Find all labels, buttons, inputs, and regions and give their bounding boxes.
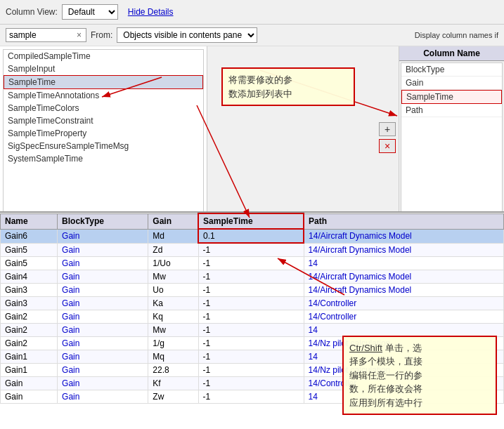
table-row[interactable]: Gain4GainMw-114/Aircraft Dynamics Model bbox=[1, 270, 504, 284]
search-item[interactable]: SampleTime bbox=[4, 75, 203, 89]
cell-name: Gain3 bbox=[1, 297, 58, 310]
annotation2-line5: 应用到所有选中行 bbox=[349, 397, 422, 408]
cell-gain: 1/Uo bbox=[148, 257, 198, 270]
column-list-item[interactable]: Gain bbox=[401, 77, 502, 90]
cell-sampletime[interactable]: -1 bbox=[198, 324, 304, 337]
cell-path: 14/Aircraft Dynamics Model bbox=[304, 284, 503, 297]
cell-sampletime[interactable]: -1 bbox=[198, 364, 304, 377]
annotation1-line2: 数添加到列表中 bbox=[228, 88, 292, 99]
right-panel: Column Name BlockTypeGainSampleTimePath bbox=[399, 46, 504, 229]
cell-gain: Kq bbox=[148, 310, 198, 324]
search-item[interactable]: SampleInput bbox=[4, 62, 203, 75]
cell-gain: Zd bbox=[148, 243, 198, 257]
cell-blocktype: Gain bbox=[58, 324, 148, 337]
search-item[interactable]: CompiledSampleTime bbox=[4, 50, 203, 62]
col-header-sampletime: SampleTime bbox=[198, 213, 304, 229]
cell-sampletime[interactable]: -1 bbox=[198, 390, 304, 404]
hide-details-link[interactable]: Hide Details bbox=[128, 7, 174, 17]
annotation2-line4: 数，所在修改会将 bbox=[349, 383, 422, 394]
column-view-label: Column View: bbox=[6, 7, 58, 17]
cell-sampletime[interactable]: -1 bbox=[198, 377, 304, 390]
annotation-ctrl-shift: Ctr/Shift 单击，选 择多个模块，直接 编辑任意一行的参 数，所在修改会… bbox=[342, 336, 497, 416]
from-select[interactable]: Objects visible in contents pane bbox=[117, 27, 257, 43]
cell-path: 14/Aircraft Dynamics Model bbox=[304, 229, 503, 243]
upper-panel: CompiledSampleTimeSampleInputSampleTimeS… bbox=[0, 46, 504, 229]
remove-column-button[interactable]: × bbox=[379, 139, 396, 153]
cell-path: 14/Controller bbox=[304, 310, 503, 324]
cell-sampletime[interactable]: -1 bbox=[198, 350, 304, 364]
search-item[interactable]: SampleTimeAnnotations bbox=[4, 89, 203, 102]
cell-gain: 22.8 bbox=[148, 364, 198, 377]
table-row[interactable]: Gain5Gain1/Uo-114 bbox=[1, 257, 504, 270]
search-item[interactable]: SampleTimeConstraint bbox=[4, 114, 203, 127]
cell-sampletime[interactable]: -1 bbox=[198, 297, 304, 310]
cell-path: 14/Aircraft Dynamics Model bbox=[304, 270, 503, 284]
cell-blocktype: Gain bbox=[58, 243, 148, 257]
cell-sampletime[interactable]: -1 bbox=[198, 243, 304, 257]
col-header-gain: Gain bbox=[148, 213, 198, 229]
cell-blocktype: Gain bbox=[58, 364, 148, 377]
cell-path: 14 bbox=[304, 257, 503, 270]
search-input-wrapper: × bbox=[6, 28, 86, 42]
annotation2-line3: 编辑任意一行的参 bbox=[349, 370, 422, 381]
cell-gain: Uo bbox=[148, 284, 198, 297]
cell-name: Gain1 bbox=[1, 364, 58, 377]
cell-name: Gain bbox=[1, 390, 58, 404]
column-view-select[interactable]: Default bbox=[62, 4, 118, 20]
cell-gain: Mq bbox=[148, 350, 198, 364]
annotation-add-to-list: 将需要修改的参 数添加到列表中 bbox=[221, 67, 355, 106]
cell-sampletime[interactable]: -1 bbox=[198, 270, 304, 284]
cell-blocktype: Gain bbox=[58, 270, 148, 284]
from-label: From: bbox=[91, 30, 112, 40]
cell-blocktype: Gain bbox=[58, 257, 148, 270]
cell-sampletime[interactable]: -1 bbox=[198, 337, 304, 350]
cell-gain: Md bbox=[148, 229, 198, 243]
cell-blocktype: Gain bbox=[58, 350, 148, 364]
column-list-item[interactable]: SampleTime bbox=[401, 90, 502, 104]
search-item[interactable]: SystemSampleTime bbox=[4, 152, 203, 165]
cell-blocktype: Gain bbox=[58, 229, 148, 243]
table-row[interactable]: Gain6GainMd0.114/Aircraft Dynamics Model bbox=[1, 229, 504, 243]
cell-blocktype: Gain bbox=[58, 284, 148, 297]
cell-sampletime[interactable]: 0.1 bbox=[198, 229, 304, 243]
search-item[interactable]: SigSpecEnsureSampleTimeMsg bbox=[4, 140, 203, 152]
search-input[interactable] bbox=[9, 30, 72, 40]
cell-name: Gain2 bbox=[1, 310, 58, 324]
column-list-item[interactable]: Path bbox=[401, 104, 502, 117]
cell-blocktype: Gain bbox=[58, 377, 148, 390]
cell-name: Gain bbox=[1, 377, 58, 390]
search-item[interactable]: SampleTimeProperty bbox=[4, 127, 203, 140]
bottom-area: Name BlockType Gain SampleTime Path Gain… bbox=[0, 211, 504, 429]
cell-path: 14/Aircraft Dynamics Model bbox=[304, 243, 503, 257]
search-item[interactable]: SampleTimeColors bbox=[4, 102, 203, 114]
cell-blocktype: Gain bbox=[58, 337, 148, 350]
cell-name: Gain4 bbox=[1, 270, 58, 284]
column-buttons-area: + × bbox=[376, 46, 399, 229]
cell-blocktype: Gain bbox=[58, 310, 148, 324]
col-header-blocktype: BlockType bbox=[58, 213, 148, 229]
add-column-button[interactable]: + bbox=[379, 122, 396, 136]
search-bar: × From: Objects visible in contents pane… bbox=[0, 25, 504, 46]
column-list-item[interactable]: BlockType bbox=[401, 63, 502, 77]
cell-gain: 1/g bbox=[148, 337, 198, 350]
cell-sampletime[interactable]: -1 bbox=[198, 284, 304, 297]
cell-path: 14/Controller bbox=[304, 297, 503, 310]
table-row[interactable]: Gain3GainUo-114/Aircraft Dynamics Model bbox=[1, 284, 504, 297]
table-row[interactable]: Gain5GainZd-114/Aircraft Dynamics Model bbox=[1, 243, 504, 257]
table-row[interactable]: Gain3GainKa-114/Controller bbox=[1, 297, 504, 310]
cell-gain: Ka bbox=[148, 297, 198, 310]
cell-gain: Mw bbox=[148, 270, 198, 284]
cell-name: Gain6 bbox=[1, 229, 58, 243]
cell-sampletime[interactable]: -1 bbox=[198, 310, 304, 324]
annotation2-line2: 择多个模块，直接 bbox=[349, 356, 422, 367]
search-clear-button[interactable]: × bbox=[75, 30, 83, 40]
col-header-name: Name bbox=[1, 213, 58, 229]
table-header-row: Name BlockType Gain SampleTime Path bbox=[1, 213, 504, 229]
cell-name: Gain3 bbox=[1, 284, 58, 297]
cell-gain: Kf bbox=[148, 377, 198, 390]
table-row[interactable]: Gain2GainKq-114/Controller bbox=[1, 310, 504, 324]
cell-name: Gain2 bbox=[1, 324, 58, 337]
cell-sampletime[interactable]: -1 bbox=[198, 257, 304, 270]
cell-blocktype: Gain bbox=[58, 390, 148, 404]
cell-name: Gain5 bbox=[1, 243, 58, 257]
